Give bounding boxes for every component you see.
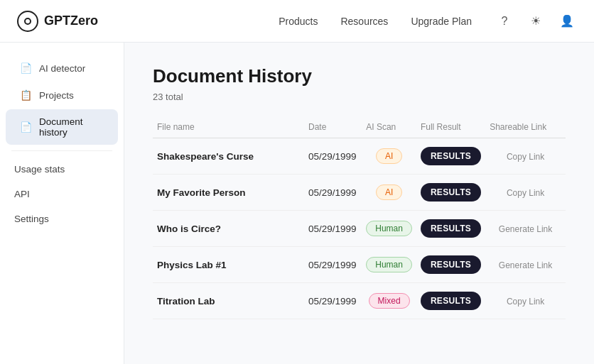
generate-link-button[interactable]: Generate Link	[499, 224, 552, 234]
cell-date: 05/29/1999	[304, 283, 362, 319]
sidebar-item-usage-stats[interactable]: Usage stats	[0, 157, 124, 182]
theme-toggle-button[interactable]: ☀	[526, 11, 546, 31]
file-name-text: Who is Circe?	[157, 224, 221, 234]
cell-sharelink: Generate Link	[485, 247, 566, 283]
cell-sharelink: Copy Link	[485, 175, 566, 211]
settings-label: Settings	[14, 214, 49, 224]
results-button[interactable]: RESULTS	[421, 255, 481, 274]
cell-filename: Physics Lab #1	[153, 247, 304, 283]
cell-sharelink: Generate Link	[485, 211, 566, 247]
results-button[interactable]: RESULTS	[421, 183, 481, 202]
table-row: Shakespeare's Curse05/29/1999AIRESULTSCo…	[153, 138, 566, 175]
th-date: Date	[304, 116, 362, 138]
cell-filename: Who is Circe?	[153, 211, 304, 247]
file-name-text: Titration Lab	[157, 296, 215, 307]
cell-fullresult: RESULTS	[416, 138, 485, 175]
ai-scan-badge: AI	[376, 184, 402, 200]
ai-scan-badge: Mixed	[369, 293, 410, 309]
user-account-button[interactable]: 👤	[557, 11, 577, 31]
nav-resources[interactable]: Resources	[340, 16, 388, 27]
generate-link-button[interactable]: Generate Link	[499, 260, 552, 270]
page-title: Document History	[153, 65, 566, 87]
results-button[interactable]: RESULTS	[421, 219, 481, 238]
th-aiscan: AI Scan	[362, 116, 416, 138]
cell-aiscan: AI	[362, 138, 416, 175]
file-name-text: Shakespeare's Curse	[157, 151, 254, 162]
table-row: Titration Lab05/29/1999MixedRESULTSCopy …	[153, 283, 566, 319]
table-row: Physics Lab #105/29/1999HumanRESULTSGene…	[153, 247, 566, 283]
results-button[interactable]: RESULTS	[421, 292, 481, 310]
file-name-text: Physics Lab #1	[157, 260, 227, 270]
cell-aiscan: Human	[362, 247, 416, 283]
sidebar-item-ai-detector-label: AI detector	[39, 63, 85, 74]
sidebar: 📄 AI detector 📋 Projects 📄 Document hist…	[0, 43, 124, 364]
th-fullresult: Full Result	[416, 116, 485, 138]
api-label: API	[14, 189, 30, 199]
top-navigation: GPTZero Products Resources Upgrade Plan …	[0, 0, 594, 43]
copy-link-button[interactable]: Copy Link	[507, 297, 544, 307]
nav-products[interactable]: Products	[279, 16, 318, 27]
ai-scan-badge: Human	[366, 257, 412, 272]
table-row: My Favorite Person05/29/1999AIRESULTSCop…	[153, 175, 566, 211]
cell-filename: Titration Lab	[153, 283, 304, 319]
ai-scan-badge: Human	[366, 221, 412, 236]
nav-upgrade[interactable]: Upgrade Plan	[411, 16, 472, 27]
results-button[interactable]: RESULTS	[421, 147, 481, 165]
cell-aiscan: Human	[362, 211, 416, 247]
cell-aiscan: AI	[362, 175, 416, 211]
sidebar-item-settings[interactable]: Settings	[0, 206, 124, 231]
sidebar-item-api[interactable]: API	[0, 182, 124, 206]
nav-links: Products Resources Upgrade Plan ? ☀ 👤	[279, 11, 577, 31]
copy-link-button[interactable]: Copy Link	[507, 188, 544, 198]
file-name-text: My Favorite Person	[157, 187, 246, 198]
ai-scan-badge: AI	[376, 148, 402, 164]
sidebar-item-ai-detector[interactable]: 📄 AI detector	[6, 55, 118, 81]
main-layout: 📄 AI detector 📋 Projects 📄 Document hist…	[0, 43, 594, 364]
projects-icon: 📋	[20, 89, 32, 101]
logo-inner-circle	[24, 18, 31, 25]
total-count: 23 total	[153, 92, 566, 102]
sidebar-item-projects[interactable]: 📋 Projects	[6, 82, 118, 108]
th-filename: File name	[153, 116, 304, 138]
logo-icon	[17, 11, 38, 32]
ai-detector-icon: 📄	[20, 62, 32, 74]
cell-fullresult: RESULTS	[416, 175, 485, 211]
cell-date: 05/29/1999	[304, 211, 362, 247]
usage-stats-label: Usage stats	[14, 164, 65, 175]
cell-filename: My Favorite Person	[153, 175, 304, 211]
sidebar-item-document-history-label: Document history	[39, 116, 104, 138]
sidebar-divider	[11, 150, 112, 151]
sidebar-item-projects-label: Projects	[39, 90, 74, 101]
sidebar-item-document-history[interactable]: 📄 Document history	[6, 109, 118, 145]
main-content: Document History 23 total File name Date…	[124, 43, 594, 364]
cell-date: 05/29/1999	[304, 138, 362, 175]
cell-fullresult: RESULTS	[416, 247, 485, 283]
cell-filename: Shakespeare's Curse	[153, 138, 304, 175]
document-table: File name Date AI Scan Full Result Share…	[153, 116, 566, 319]
cell-sharelink: Copy Link	[485, 138, 566, 175]
app-name: GPTZero	[44, 13, 98, 28]
cell-fullresult: RESULTS	[416, 211, 485, 247]
cell-date: 05/29/1999	[304, 175, 362, 211]
cell-fullresult: RESULTS	[416, 283, 485, 319]
table-row: Who is Circe?05/29/1999HumanRESULTSGener…	[153, 211, 566, 247]
copy-link-button[interactable]: Copy Link	[507, 152, 544, 162]
th-sharelink: Shareable Link	[485, 116, 566, 138]
cell-aiscan: Mixed	[362, 283, 416, 319]
logo-area[interactable]: GPTZero	[17, 11, 98, 32]
cell-sharelink: Copy Link	[485, 283, 566, 319]
help-button[interactable]: ?	[495, 11, 514, 31]
cell-date: 05/29/1999	[304, 247, 362, 283]
table-header-row: File name Date AI Scan Full Result Share…	[153, 116, 566, 138]
nav-icon-group: ? ☀ 👤	[495, 11, 577, 31]
document-history-icon: 📄	[20, 121, 32, 133]
